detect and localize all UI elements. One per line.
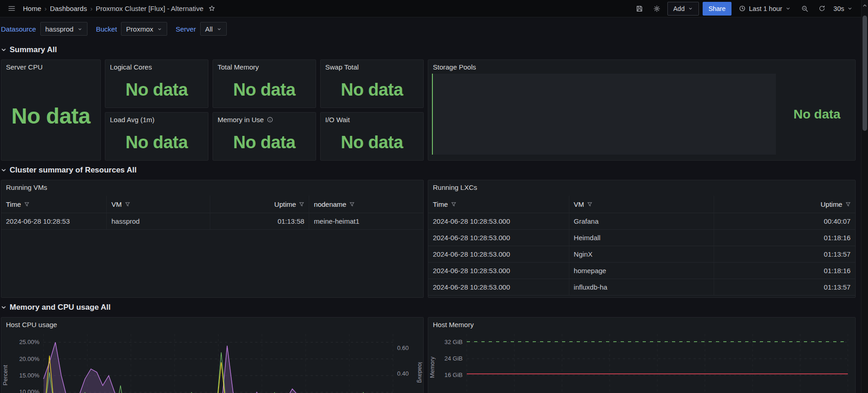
- panel-memory-in-use: Memory in Use No data: [213, 112, 316, 161]
- no-data-value: No data: [105, 72, 208, 108]
- section-title: Memory and CPU usage All: [10, 303, 110, 312]
- column-header-uptime[interactable]: Uptime: [210, 196, 309, 213]
- column-header-uptime[interactable]: Uptime: [714, 196, 855, 213]
- share-button[interactable]: Share: [703, 2, 732, 16]
- add-button[interactable]: Add: [667, 2, 699, 16]
- filter-funnel-icon[interactable]: [846, 202, 851, 207]
- table-cell: 00:40:07: [714, 213, 855, 229]
- chevron-up-icon[interactable]: [862, 0, 868, 11]
- svg-text:Percent: Percent: [2, 365, 9, 385]
- section-header-cluster[interactable]: Cluster summary of Resources All: [1, 166, 868, 175]
- variable-datasource: Datasource hassprod: [1, 22, 87, 36]
- chevron-down-icon: [217, 27, 222, 32]
- chevron-down-icon: [688, 6, 693, 11]
- chevron-down-icon: [77, 27, 82, 32]
- settings-gear-icon[interactable]: [650, 2, 664, 16]
- time-range-picker[interactable]: Last 1 hour: [735, 2, 794, 16]
- cluster-row: Running VMs TimeVMUptimenodename2024-06-…: [1, 180, 856, 298]
- chevron-down-icon: [847, 6, 852, 11]
- scrollbar[interactable]: [861, 0, 868, 393]
- breadcrumb: Home › Dashboards › Proxmox Cluster [Flu…: [23, 5, 203, 12]
- no-data-value: No data: [1, 72, 100, 160]
- table-cell: 01:13:58: [210, 213, 309, 229]
- section-header-memcpu[interactable]: Memory and CPU usage All: [1, 303, 868, 312]
- panel-logical-cores: Logical Cores No data: [105, 59, 208, 108]
- column-header-nodename[interactable]: nodename: [309, 196, 423, 213]
- table-cell: 2024-06-28 10:28:53.000: [428, 246, 569, 262]
- column-header-vm[interactable]: VM: [107, 196, 210, 213]
- filter-funnel-icon[interactable]: [587, 202, 592, 207]
- table-row: 2024-06-28 10:28:53hassprod01:13:58meine…: [1, 213, 423, 230]
- save-dashboard-icon[interactable]: [633, 2, 646, 16]
- filter-funnel-icon[interactable]: [125, 202, 130, 207]
- panel-running-vms: Running VMs TimeVMUptimenodename2024-06-…: [1, 180, 424, 298]
- table-row: 2024-06-28 10:28:53.000Heimdall01:18:16: [428, 230, 855, 246]
- time-range-label: Last 1 hour: [749, 5, 782, 12]
- host-cpu-chart[interactable]: 25.00%20.00%15.00%10.00%0.600.40Percentl…: [1, 331, 423, 393]
- host-memory-chart[interactable]: 32 GiB24 GiB16 GiBMemory: [428, 331, 855, 393]
- datasource-dropdown[interactable]: hassprod: [40, 22, 88, 36]
- panel-header[interactable]: Total Memory: [213, 60, 316, 73]
- panel-header[interactable]: Swap Total: [321, 60, 423, 73]
- svg-text:24 GiB: 24 GiB: [444, 355, 463, 362]
- menu-icon[interactable]: [5, 2, 18, 16]
- zoom-out-icon[interactable]: [798, 2, 812, 16]
- star-icon[interactable]: [205, 2, 219, 16]
- svg-text:25.00%: 25.00%: [19, 339, 40, 345]
- panel-header[interactable]: Storage Pools: [428, 60, 855, 73]
- panel-header[interactable]: Running LXCs: [428, 180, 855, 193]
- svg-text:20.00%: 20.00%: [19, 355, 40, 362]
- panel-running-lxcs: Running LXCs TimeVMUptime2024-06-28 10:2…: [428, 180, 856, 298]
- scrollbar-thumb[interactable]: [863, 16, 867, 131]
- panel-header[interactable]: Host Memory: [428, 318, 855, 330]
- filter-funnel-icon[interactable]: [349, 202, 355, 207]
- section-header-summary[interactable]: Summary All: [1, 45, 868, 54]
- server-dropdown[interactable]: All: [200, 22, 227, 36]
- filter-funnel-icon[interactable]: [24, 202, 29, 207]
- svg-text:loadavg: loadavg: [417, 362, 423, 383]
- table-cell: 01:13:57: [714, 279, 855, 295]
- variable-bucket: Bucket Proxmox: [96, 22, 167, 36]
- refresh-icon[interactable]: [815, 2, 829, 16]
- panel-header[interactable]: Server CPU: [1, 60, 100, 73]
- column-header-time[interactable]: Time: [428, 196, 569, 213]
- panel-host-memory: Host Memory 32 GiB24 GiB16 GiBMemory: [428, 317, 856, 393]
- panel-header[interactable]: Memory in Use: [213, 113, 316, 125]
- table-row: 2024-06-28 10:28:53.000NginX01:13:57: [428, 246, 855, 263]
- svg-text:15.00%: 15.00%: [19, 372, 40, 379]
- breadcrumb-dashboards[interactable]: Dashboards: [50, 5, 87, 12]
- filter-funnel-icon[interactable]: [299, 202, 304, 207]
- variable-server: Server All: [175, 22, 227, 36]
- grafana-dashboard: Home › Dashboards › Proxmox Cluster [Flu…: [0, 0, 868, 393]
- variable-label: Bucket: [96, 25, 117, 33]
- clock-icon: [739, 5, 746, 12]
- chevron-down-icon: [786, 6, 791, 11]
- svg-text:0.60: 0.60: [397, 345, 409, 351]
- table-header-row: TimeVMUptimenodename: [1, 196, 423, 213]
- panel-header[interactable]: Load Avg (1m): [105, 113, 208, 125]
- breadcrumb-home[interactable]: Home: [23, 5, 41, 12]
- bucket-dropdown[interactable]: Proxmox: [121, 22, 167, 36]
- variable-label: Datasource: [1, 25, 36, 33]
- panel-header[interactable]: Running VMs: [1, 180, 423, 193]
- no-data-value: No data: [321, 124, 423, 160]
- running-vms-table: TimeVMUptimenodename2024-06-28 10:28:53h…: [1, 196, 423, 297]
- table-cell: 2024-06-28 10:28:53.000: [428, 213, 569, 229]
- column-header-time[interactable]: Time: [1, 196, 107, 213]
- refresh-interval-label: 30s: [834, 5, 844, 12]
- panel-header[interactable]: Host CPU usage: [1, 318, 423, 330]
- filter-funnel-icon[interactable]: [451, 202, 456, 207]
- bar-gauge-background: [432, 74, 776, 155]
- column-header-vm[interactable]: VM: [569, 196, 715, 213]
- refresh-interval-dropdown[interactable]: 30s: [833, 2, 856, 16]
- section-title: Summary All: [10, 45, 57, 54]
- table-header-row: TimeVMUptime: [428, 196, 855, 213]
- panel-header[interactable]: Logical Cores: [105, 60, 208, 73]
- svg-text:10.00%: 10.00%: [19, 388, 40, 393]
- panel-io-wait: I/O Wait No data: [320, 112, 424, 161]
- table-cell: 2024-06-28 10:28:53.000: [428, 230, 569, 246]
- dashboard-canvas: Summary All Server CPU No data Logical C…: [0, 45, 868, 393]
- panel-header[interactable]: I/O Wait: [321, 113, 423, 125]
- table-cell: 01:18:16: [714, 230, 855, 246]
- table-cell: Grafana: [569, 213, 715, 229]
